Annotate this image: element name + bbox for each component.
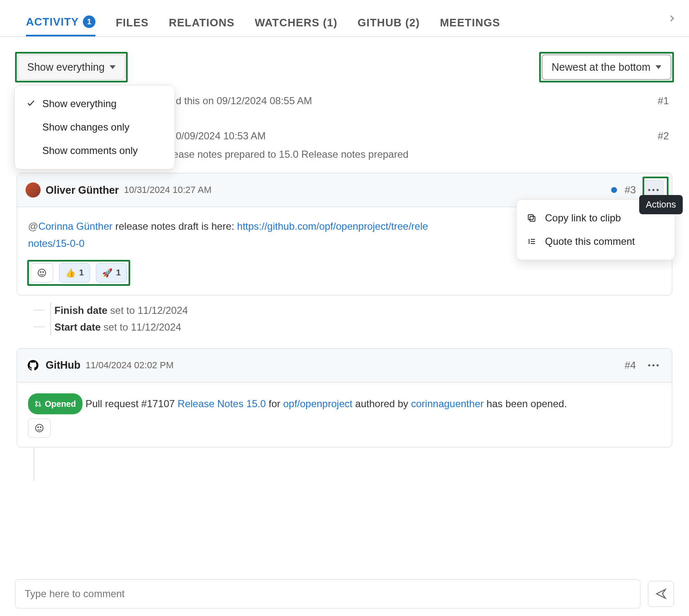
repo-link[interactable]: opf/openproject — [283, 398, 352, 409]
comment-body: Opened Pull request #17107 Release Notes… — [17, 382, 672, 418]
comment-time: 11/04/2024 02:02 PM — [85, 360, 173, 371]
svg-point-19 — [38, 427, 39, 428]
url-link-line2[interactable]: notes/15-0-0 — [28, 238, 85, 249]
svg-point-2 — [657, 189, 659, 191]
entry1-meta: d this on 09/12/2024 08:55 AM — [176, 95, 312, 107]
send-icon — [655, 588, 667, 600]
reaction-emoji: 👍 — [65, 268, 76, 278]
check-icon — [26, 98, 36, 110]
tab-activity[interactable]: ACTIVITY 1 — [26, 4, 95, 36]
svg-point-20 — [40, 427, 41, 428]
compose-row — [15, 579, 674, 608]
pr-opened-badge: Opened — [28, 393, 82, 414]
svg-point-16 — [36, 405, 37, 406]
tab-relations[interactable]: RELATIONS — [169, 4, 234, 36]
annotation-filter: Show everything — [15, 52, 128, 82]
github-avatar — [26, 358, 41, 373]
comment-3-header: Oliver Günther 10/31/2024 10:27 AM #3 Ac… — [17, 173, 672, 207]
unread-dot-icon — [611, 187, 617, 193]
actions-tooltip: Actions — [639, 195, 683, 214]
entry1-number: #1 — [658, 95, 669, 107]
reactions-group: 👍 1 🚀 1 — [27, 260, 130, 286]
entry2-number: #2 — [658, 130, 669, 142]
filter-option-label: Show everything — [42, 98, 116, 110]
tab-files[interactable]: FILES — [116, 4, 149, 36]
filter-option-everything[interactable]: Show everything — [15, 92, 175, 116]
svg-point-13 — [653, 364, 655, 366]
author-link[interactable]: corinnaguenther — [411, 398, 483, 409]
filter-option-label: Show changes only — [42, 121, 129, 133]
tab-watchers[interactable]: WATCHERS (1) — [255, 4, 337, 36]
svg-point-0 — [648, 189, 650, 191]
sort-label: Newest at the bottom — [552, 61, 650, 73]
svg-point-17 — [39, 405, 41, 406]
filter-option-label: Show comments only — [42, 145, 138, 157]
at-symbol: @ — [28, 221, 38, 232]
change-start-date: Start date set to 11/12/2024 — [33, 319, 672, 336]
svg-point-1 — [653, 189, 655, 191]
caret-down-icon — [110, 65, 116, 69]
svg-rect-3 — [530, 216, 535, 221]
comment-4-header: GitHub 11/04/2024 02:02 PM #4 — [17, 349, 672, 382]
svg-point-14 — [657, 364, 659, 366]
git-pull-request-icon — [35, 400, 41, 407]
comment-4: GitHub 11/04/2024 02:02 PM #4 Opened Pul… — [17, 348, 672, 447]
annotation-sort: Newest at the bottom — [539, 52, 674, 82]
tabs-bar: ACTIVITY 1 FILES RELATIONS WATCHERS (1) … — [0, 0, 689, 37]
send-button[interactable] — [648, 581, 674, 607]
action-label: Copy link to clipb — [545, 212, 621, 224]
svg-point-11 — [43, 272, 44, 272]
entry2-time: 0/09/2024 10:53 AM — [176, 130, 266, 142]
comment-number: #4 — [625, 359, 636, 371]
tab-meetings[interactable]: MEETINGS — [440, 4, 500, 36]
svg-point-12 — [648, 364, 650, 366]
reaction-thumbs-up[interactable]: 👍 1 — [59, 263, 90, 282]
tab-github[interactable]: GITHUB (2) — [357, 4, 420, 36]
svg-point-18 — [36, 424, 43, 432]
comment-number: #3 — [625, 184, 636, 196]
change-field: Finish date — [54, 305, 108, 316]
url-link[interactable]: https://github.com/opf/openproject/tree/… — [237, 221, 428, 232]
svg-rect-4 — [528, 215, 533, 220]
action-label: Quote this comment — [545, 236, 635, 247]
add-reaction-button[interactable] — [31, 263, 53, 282]
smiley-icon — [37, 268, 47, 278]
copy-icon — [527, 213, 537, 223]
svg-point-9 — [38, 269, 46, 277]
svg-point-15 — [36, 401, 37, 403]
filter-dropdown-button[interactable]: Show everything — [18, 54, 125, 80]
sort-dropdown-button[interactable]: Newest at the bottom — [542, 54, 671, 80]
comment-author: Oliver Günther — [46, 184, 119, 196]
mention-user[interactable]: Corinna Günther — [38, 221, 112, 232]
comment-3: Oliver Günther 10/31/2024 10:27 AM #3 Ac… — [17, 173, 672, 295]
comment-author: GitHub — [46, 359, 80, 371]
filter-label: Show everything — [27, 61, 105, 73]
tab-activity-label: ACTIVITY — [26, 16, 79, 27]
github-icon — [27, 359, 39, 371]
avatar — [26, 182, 41, 198]
change-field: Start date — [54, 321, 101, 333]
reaction-count: 1 — [116, 268, 121, 277]
reaction-count: 1 — [79, 268, 84, 277]
caret-down-icon — [656, 65, 661, 69]
filter-row: Show everything Newest at the bottom — [0, 37, 689, 82]
filter-option-comments[interactable]: Show comments only — [15, 139, 175, 162]
reaction-emoji: 🚀 — [102, 268, 113, 278]
pr-link[interactable]: Release Notes 15.0 — [177, 398, 266, 409]
smiley-icon — [34, 423, 44, 433]
filter-option-changes[interactable]: Show changes only — [15, 116, 175, 139]
action-quote[interactable]: Quote this comment — [517, 230, 675, 253]
comment-input[interactable] — [15, 579, 640, 608]
tab-activity-badge: 1 — [83, 15, 95, 28]
change-finish-date: Finish date set to 11/12/2024 — [33, 302, 672, 319]
filter-dropdown-menu: Show everything Show changes only Show c… — [14, 85, 175, 169]
quote-icon — [527, 236, 537, 246]
add-reaction-button[interactable] — [28, 418, 51, 438]
reaction-rocket[interactable]: 🚀 1 — [96, 263, 127, 282]
comment-actions-button[interactable] — [643, 355, 663, 375]
svg-point-10 — [40, 272, 41, 272]
tabs-scroll-right-icon[interactable] — [667, 13, 676, 26]
comment-time: 10/31/2024 10:27 AM — [124, 185, 211, 195]
